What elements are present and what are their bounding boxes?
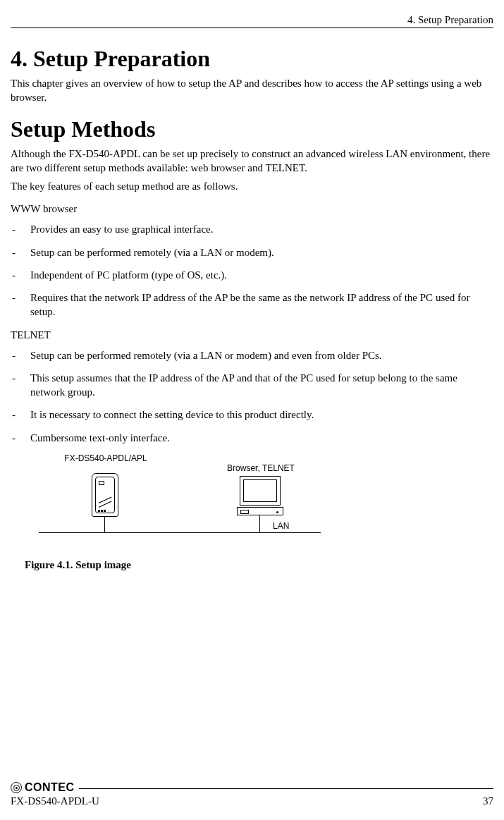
list-item-text: This setup assumes that the IP address o… (30, 371, 493, 400)
network-diagram: FX-DS540-APDL/APL Browser, TELNET LAN (25, 453, 328, 545)
list-item: -Cumbersome text-only interface. (11, 431, 493, 445)
chapter-title: 4. Setup Preparation (11, 46, 493, 72)
diagram-ap-label: FX-DS540-APDL/APL (53, 453, 159, 463)
footer-model: FX-DS540-APDL-U (11, 795, 99, 807)
list-item-text: Setup can be performed remotely (via a L… (30, 348, 493, 362)
page-footer: CONTEC FX-DS540-APDL-U 37 (11, 781, 493, 807)
section-title: Setup Methods (11, 116, 493, 142)
list-item: -It is necessary to connect the setting … (11, 408, 493, 422)
brand-name: CONTEC (25, 781, 75, 794)
list-item: -This setup assumes that the IP address … (11, 371, 493, 400)
page-number: 37 (483, 795, 493, 807)
section-para-1: Although the FX-D540-APDL can be set up … (11, 147, 493, 176)
list-item: -Setup can be performed remotely (via a … (11, 245, 493, 259)
diagram-pc-label: Browser, TELNET (222, 463, 300, 473)
list-item: -Requires that the network IP address of… (11, 290, 493, 319)
section-para-2: The key features of each setup method ar… (11, 179, 493, 193)
computer-icon (240, 476, 281, 515)
header-rule (11, 27, 493, 28)
list-item-text: Provides an easy to use graphical interf… (30, 222, 493, 236)
running-header: 4. Setup Preparation (11, 14, 493, 27)
diagram-lan-label: LAN (273, 521, 289, 531)
chapter-intro: This chapter gives an overview of how to… (11, 76, 493, 105)
figure-caption: Figure 4.1. Setup image (25, 559, 493, 571)
list-item: -Independent of PC platform (type of OS,… (11, 268, 493, 282)
figure-setup-image: FX-DS540-APDL/APL Browser, TELNET LAN Fi… (25, 453, 493, 571)
list-item: -Setup can be performed remotely (via a … (11, 348, 493, 362)
list-item-text: It is necessary to connect the setting d… (30, 408, 493, 422)
www-heading: WWW browser (11, 203, 493, 215)
list-item-text: Cumbersome text-only interface. (30, 431, 493, 445)
list-item: -Provides an easy to use graphical inter… (11, 222, 493, 236)
telnet-list: -Setup can be performed remotely (via a … (11, 348, 493, 445)
list-item-text: Requires that the network IP address of … (30, 290, 493, 319)
www-list: -Provides an easy to use graphical inter… (11, 222, 493, 319)
brand-logo: CONTEC (11, 781, 75, 794)
list-item-text: Independent of PC platform (type of OS, … (30, 268, 493, 282)
telnet-heading: TELNET (11, 329, 493, 341)
list-item-text: Setup can be performed remotely (via a L… (30, 245, 493, 259)
access-point-icon (92, 473, 118, 517)
logo-icon (11, 782, 22, 793)
